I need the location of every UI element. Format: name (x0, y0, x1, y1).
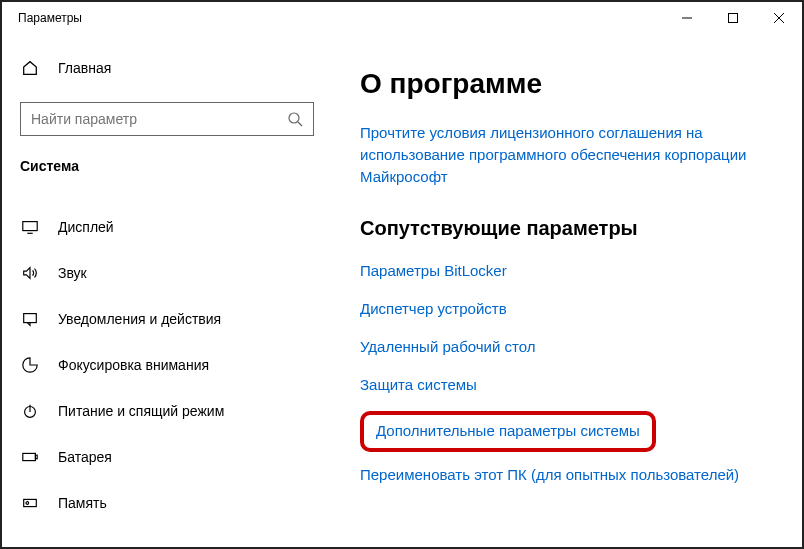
sidebar-item-label: Память (58, 495, 107, 511)
sidebar-item-focus[interactable]: Фокусировка внимания (20, 342, 314, 388)
search-field[interactable] (31, 111, 287, 127)
minimize-button[interactable] (664, 2, 710, 34)
license-link[interactable]: Прочтите условия лицензионного соглашени… (360, 122, 760, 187)
sidebar-item-storage[interactable]: Память (20, 480, 314, 526)
link-rename-pc[interactable]: Переименовать этот ПК (для опытных польз… (360, 464, 766, 486)
sound-icon (20, 263, 40, 283)
svg-line-5 (298, 122, 302, 126)
battery-icon (20, 447, 40, 467)
power-icon (20, 401, 40, 421)
sidebar-item-label: Звук (58, 265, 87, 281)
link-system-protection[interactable]: Защита системы (360, 374, 766, 396)
sidebar-section-title: Система (20, 158, 314, 174)
svg-rect-1 (729, 14, 738, 23)
search-input[interactable] (20, 102, 314, 136)
svg-rect-8 (24, 314, 37, 323)
svg-point-4 (289, 113, 299, 123)
related-heading: Сопутствующие параметры (360, 217, 766, 240)
home-label: Главная (58, 60, 111, 76)
svg-rect-6 (23, 222, 37, 231)
sidebar-item-label: Уведомления и действия (58, 311, 221, 327)
sidebar-item-label: Питание и спящий режим (58, 403, 224, 419)
sidebar-item-display[interactable]: Дисплей (20, 204, 314, 250)
sidebar-item-power[interactable]: Питание и спящий режим (20, 388, 314, 434)
home-icon (20, 59, 40, 77)
display-icon (20, 217, 40, 237)
svg-rect-11 (23, 453, 36, 460)
search-icon (287, 111, 303, 127)
link-bitlocker[interactable]: Параметры BitLocker (360, 260, 766, 282)
storage-icon (20, 493, 40, 513)
window-title: Параметры (18, 11, 82, 25)
link-device-manager[interactable]: Диспетчер устройств (360, 298, 766, 320)
sidebar-item-battery[interactable]: Батарея (20, 434, 314, 480)
main-content: О программе Прочтите условия лицензионно… (330, 34, 802, 547)
window-controls (664, 2, 802, 34)
link-advanced-system[interactable]: Дополнительные параметры системы (376, 420, 640, 442)
sidebar-item-notifications[interactable]: Уведомления и действия (20, 296, 314, 342)
sidebar-item-label: Батарея (58, 449, 112, 465)
svg-rect-12 (35, 455, 37, 459)
sidebar-item-label: Дисплей (58, 219, 114, 235)
link-remote-desktop[interactable]: Удаленный рабочий стол (360, 336, 766, 358)
focus-icon (20, 355, 40, 375)
sidebar: Главная Система Дисплей (2, 34, 330, 547)
notifications-icon (20, 309, 40, 329)
close-button[interactable] (756, 2, 802, 34)
highlight-annotation: Дополнительные параметры системы (360, 411, 656, 452)
page-title: О программе (360, 68, 766, 100)
home-nav-item[interactable]: Главная (20, 48, 314, 88)
sidebar-item-sound[interactable]: Звук (20, 250, 314, 296)
sidebar-item-label: Фокусировка внимания (58, 357, 209, 373)
maximize-button[interactable] (710, 2, 756, 34)
svg-point-14 (26, 502, 29, 505)
